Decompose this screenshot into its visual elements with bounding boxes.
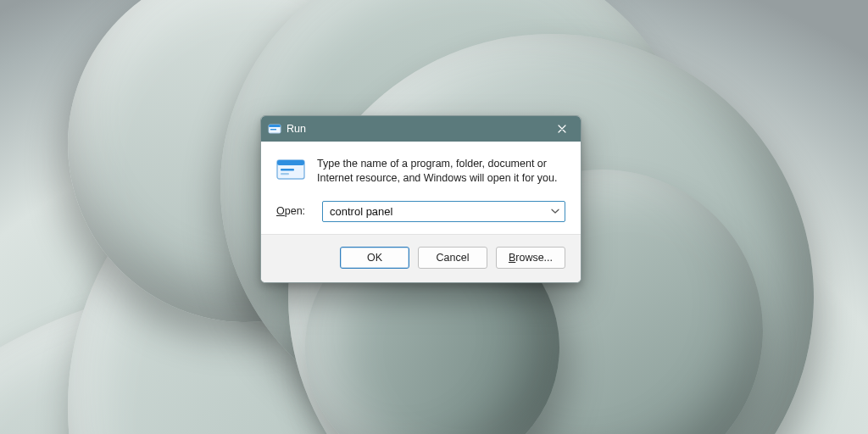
open-input[interactable] [322, 201, 565, 222]
run-dialog: Run Type the name of a program, [260, 115, 581, 283]
run-icon [268, 122, 281, 136]
cancel-button[interactable]: Cancel [418, 247, 487, 269]
dialog-title: Run [287, 123, 306, 135]
svg-rect-4 [277, 160, 304, 165]
button-bar: OK Cancel Browse... [261, 234, 581, 282]
svg-rect-5 [281, 169, 294, 170]
svg-rect-6 [281, 173, 289, 175]
desktop-wallpaper: Run Type the name of a program, [0, 0, 868, 434]
run-icon [276, 159, 305, 181]
ok-button[interactable]: OK [340, 247, 409, 269]
open-row: Open: [276, 201, 565, 222]
open-combobox[interactable] [322, 201, 565, 222]
open-label: Open: [276, 205, 310, 217]
description-row: Type the name of a program, folder, docu… [276, 157, 565, 186]
titlebar[interactable]: Run [261, 116, 581, 142]
svg-rect-1 [269, 125, 281, 127]
close-button[interactable] [543, 116, 581, 142]
dialog-description: Type the name of a program, folder, docu… [317, 157, 565, 186]
browse-button[interactable]: Browse... [496, 247, 565, 269]
svg-rect-2 [270, 129, 276, 130]
dialog-body: Type the name of a program, folder, docu… [261, 142, 581, 234]
close-icon [558, 125, 566, 133]
